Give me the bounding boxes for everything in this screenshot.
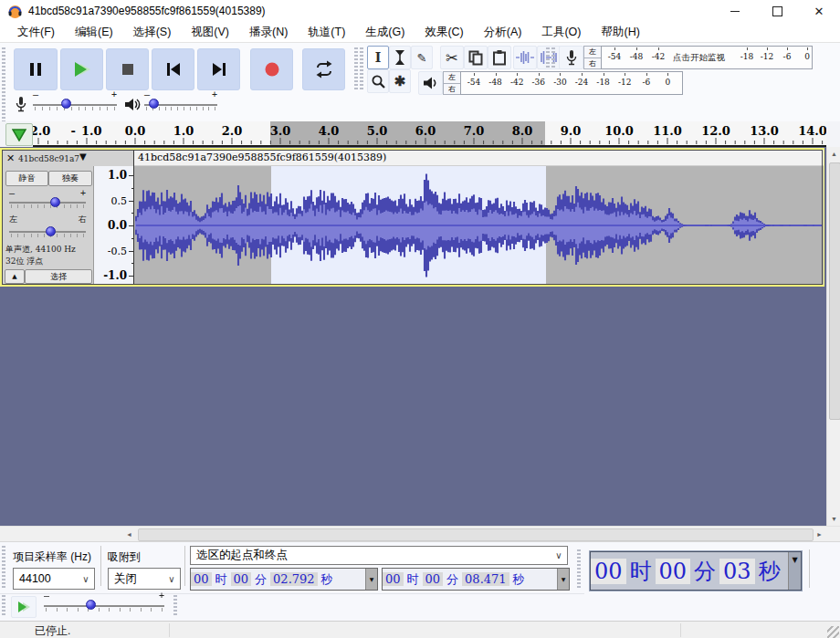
menu-item-9[interactable]: 分析(A)	[474, 23, 532, 42]
menu-item-6[interactable]: 轨道(T)	[298, 23, 355, 42]
envelope-tool-button[interactable]	[389, 46, 411, 69]
paste-icon	[491, 49, 508, 66]
timeline-ruler[interactable]: 2.0-1.00.01.02.03.04.05.06.07.08.09.010.…	[33, 121, 826, 147]
skip-to-end-button[interactable]	[197, 48, 240, 90]
selection-range-mode-combobox[interactable]: 选区的起点和终点 ∨	[190, 546, 568, 565]
slider-track[interactable]	[33, 104, 117, 106]
menu-item-8[interactable]: 效果(C)	[415, 23, 473, 42]
minutes-value: 00	[656, 559, 691, 584]
divider	[0, 593, 584, 594]
snap-to-combobox[interactable]: 关闭 ∨	[108, 568, 181, 590]
tools-toolbar-grip2[interactable]	[360, 47, 363, 91]
audio-position-time-field[interactable]: 00时00分03秒▼	[590, 551, 802, 591]
play-speed-thumb[interactable]	[86, 600, 96, 610]
waveform[interactable]	[134, 166, 824, 285]
play-at-speed-end-grip[interactable]	[173, 595, 177, 617]
pan-thumb[interactable]	[46, 226, 56, 236]
close-button[interactable]: ✕	[798, 0, 840, 23]
playback-volume-thumb[interactable]	[149, 99, 159, 109]
skip-to-start-button[interactable]	[152, 48, 194, 90]
vruler-label: -1.0	[103, 269, 127, 282]
audacity-logo-icon	[7, 4, 23, 19]
scroll-down-button[interactable]: ▼	[827, 512, 840, 526]
resize-grip[interactable]	[827, 626, 839, 638]
track-control-panel: ✕ 41bcd58c91a7 ▼ 静音 独奏 – + 左 右 单声道, 4410…	[2, 150, 93, 285]
play-button[interactable]	[60, 48, 103, 90]
menu-item-7[interactable]: 生成(G)	[355, 23, 415, 42]
play-at-speed-button[interactable]	[11, 596, 37, 618]
ruler-selection-region[interactable]	[270, 121, 545, 145]
vertical-scrollbar[interactable]: ▲ ▼	[826, 147, 840, 526]
time-toolbar-grip[interactable]	[577, 549, 581, 588]
recording-volume-slider[interactable]: – +	[33, 98, 117, 112]
play-speed-slider[interactable]: – +	[44, 599, 164, 613]
playback-volume-slider[interactable]: – +	[144, 98, 217, 112]
stop-button[interactable]	[106, 48, 149, 90]
draw-tool-button[interactable]: ✎	[411, 46, 433, 69]
mute-button[interactable]: 静音	[5, 171, 48, 186]
microphone-icon	[565, 49, 578, 66]
loop-button[interactable]	[302, 48, 345, 90]
minimize-button[interactable]	[714, 0, 756, 23]
timeline-pin-button[interactable]	[5, 123, 33, 146]
scroll-up-button[interactable]: ▲	[827, 147, 840, 161]
cut-button[interactable]: ✂	[440, 46, 464, 69]
recording-meter-button[interactable]	[559, 46, 583, 69]
pause-button[interactable]	[14, 48, 58, 90]
meter-tick	[625, 73, 625, 76]
recording-meter[interactable]: -54-48-42-18-12-60点击开始监视	[601, 46, 813, 69]
scroll-right-button[interactable]: ►	[813, 527, 826, 542]
pan-slider[interactable]	[9, 226, 86, 239]
menu-item-4[interactable]: 视图(V)	[181, 23, 239, 42]
gain-thumb[interactable]	[50, 197, 60, 207]
time-format-dropdown[interactable]: ▼	[365, 569, 377, 590]
menu-item-3[interactable]: 选择(S)	[123, 23, 182, 42]
selection-start-time-field[interactable]: 00时00分02.792秒▼	[190, 568, 378, 591]
menu-item-2[interactable]: 编辑(E)	[65, 23, 123, 42]
track-name[interactable]: 41bcd58c91a7	[18, 154, 79, 163]
zoom-tool-button[interactable]	[367, 69, 389, 93]
vertical-ruler[interactable]: 1.00.50.0-0.5-1.0	[93, 166, 134, 285]
time-format-dropdown[interactable]: ▼	[557, 569, 569, 590]
waveform-area[interactable]	[134, 166, 824, 285]
slider-track[interactable]	[44, 605, 164, 607]
menu-item-1[interactable]: 文件(F)	[7, 23, 65, 42]
trim-audio-button[interactable]	[513, 46, 537, 69]
menu-item-11[interactable]: 帮助(H)	[591, 23, 649, 42]
vruler-label: 0.0	[108, 219, 127, 232]
playback-meter-button[interactable]	[418, 71, 443, 95]
solo-button[interactable]: 独奏	[48, 171, 92, 186]
tools-toolbar-grip[interactable]	[354, 47, 358, 91]
recording-volume-thumb[interactable]	[61, 99, 71, 109]
menu-item-5[interactable]: 播录(N)	[239, 23, 298, 42]
selection-toolbar-grip[interactable]	[2, 546, 5, 590]
copy-button[interactable]	[464, 46, 488, 69]
time-format-dropdown[interactable]: ▼	[788, 552, 801, 590]
multi-tool-button[interactable]: ✱	[389, 69, 411, 93]
transport-toolbar-grip[interactable]	[2, 47, 5, 131]
gain-slider[interactable]: – +	[9, 197, 86, 210]
playback-meter[interactable]: -54-48-42-36-30-24-18-12-60	[460, 71, 683, 95]
track-close-icon[interactable]: ✕	[6, 152, 15, 164]
selection-end-time-field[interactable]: 00时00分08.471秒▼	[382, 568, 570, 591]
play-at-speed-grip[interactable]	[2, 595, 5, 617]
menu-item-10[interactable]: 工具(O)	[531, 23, 591, 42]
track-select-button[interactable]: 选择	[25, 269, 92, 284]
project-rate-combobox[interactable]: 44100 ∨	[13, 568, 95, 590]
slider-track[interactable]	[9, 202, 86, 204]
recording-meter-channels: 左 右	[583, 46, 602, 69]
scroll-left-button[interactable]: ◄	[122, 527, 136, 542]
record-button[interactable]	[250, 48, 293, 90]
paste-button[interactable]	[488, 46, 511, 69]
recording-meter-grip[interactable]	[546, 47, 550, 68]
meter-monitor-overlay[interactable]: 点击开始监视	[673, 52, 725, 64]
recording-meter-grip2[interactable]	[551, 47, 555, 68]
maximize-button[interactable]	[756, 0, 798, 23]
track-menu-dropdown-icon[interactable]: ▼	[79, 152, 87, 162]
horizontal-scrollbar[interactable]: ◄ ►	[0, 526, 840, 542]
horizontal-scroll-thumb[interactable]	[138, 528, 814, 541]
collapse-track-button[interactable]: ▲	[5, 269, 25, 284]
audacity-window: 41bcd58c91a7390e958855fc9f861559(4015389…	[0, 0, 840, 638]
vertical-scroll-thumb[interactable]	[829, 162, 840, 420]
selection-tool-button[interactable]: I	[367, 46, 389, 69]
